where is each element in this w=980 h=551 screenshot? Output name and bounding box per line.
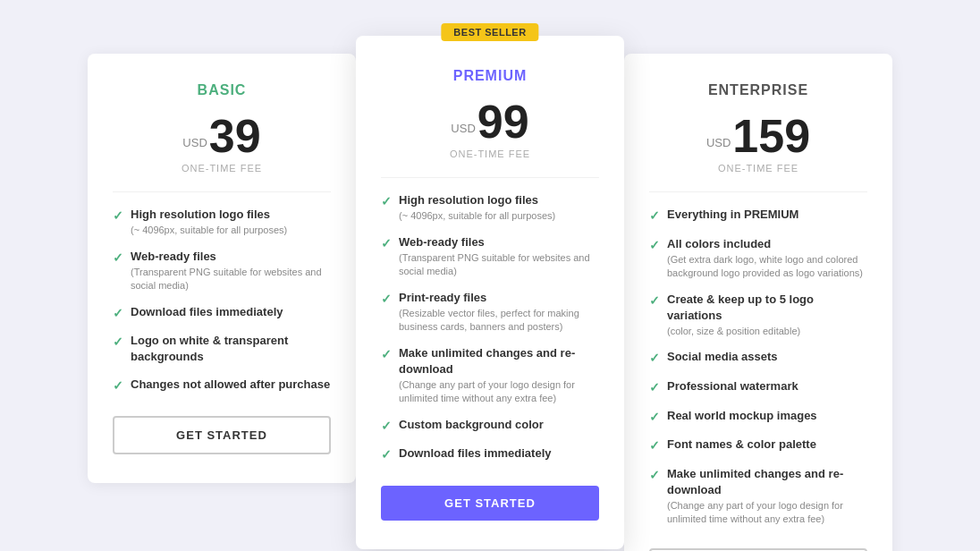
feature-text: Create & keep up to 5 logo variations (c… bbox=[667, 292, 867, 339]
feature-text: Changes not allowed after purchase bbox=[131, 377, 330, 393]
feature-title: Logo on white & transparent backgrounds bbox=[131, 333, 331, 365]
feature-title: High resolution logo files bbox=[131, 207, 287, 223]
basic-feature-list: ✓ High resolution logo files (~ 4096px, … bbox=[113, 207, 331, 394]
check-icon: ✓ bbox=[381, 291, 392, 309]
enterprise-fee: ONE-TIME FEE bbox=[649, 163, 867, 174]
feature-title: Professional watermark bbox=[667, 378, 798, 394]
feature-text: Download files immediately bbox=[399, 445, 552, 462]
list-item: ✓ Make unlimited changes and re-download… bbox=[381, 345, 599, 406]
premium-fee: ONE-TIME FEE bbox=[381, 148, 599, 159]
feature-subtitle: (~ 4096px, suitable for all purposes) bbox=[399, 209, 555, 223]
list-item: ✓ Download files immediately bbox=[113, 304, 331, 323]
premium-plan-card: BEST SELLER PREMIUM USD99 ONE-TIME FEE ✓… bbox=[356, 36, 624, 549]
list-item: ✓ Create & keep up to 5 logo variations … bbox=[649, 292, 867, 339]
list-item: ✓ Real world mockup images bbox=[649, 408, 867, 427]
feature-subtitle: (color, size & position editable) bbox=[667, 325, 867, 338]
basic-plan-name: BASIC bbox=[113, 82, 331, 98]
check-icon: ✓ bbox=[649, 350, 660, 368]
check-icon: ✓ bbox=[381, 193, 392, 211]
list-item: ✓ All colors included (Get extra dark lo… bbox=[649, 236, 867, 281]
feature-title: Make unlimited changes and re-download bbox=[399, 345, 599, 377]
premium-currency: USD bbox=[451, 122, 475, 135]
feature-title: Web-ready files bbox=[399, 234, 599, 250]
feature-text: Make unlimited changes and re-download (… bbox=[667, 466, 867, 527]
list-item: ✓ Make unlimited changes and re-download… bbox=[649, 466, 867, 527]
feature-subtitle: (Transparent PNG suitable for websites a… bbox=[131, 266, 331, 293]
check-icon: ✓ bbox=[113, 334, 123, 352]
enterprise-price-row: USD159 bbox=[649, 113, 867, 159]
list-item: ✓ Font names & color palette bbox=[649, 437, 867, 455]
feature-title: All colors included bbox=[667, 236, 867, 252]
pricing-container: BASIC USD39 ONE-TIME FEE ✓ High resoluti… bbox=[0, 0, 980, 551]
feature-text: Web-ready files (Transparent PNG suitabl… bbox=[131, 249, 331, 293]
check-icon: ✓ bbox=[649, 237, 660, 255]
feature-title: Create & keep up to 5 logo variations bbox=[667, 292, 867, 324]
feature-title: Everything in PREMIUM bbox=[667, 207, 798, 223]
premium-plan-name: PREMIUM bbox=[381, 68, 599, 84]
feature-title: Font names & color palette bbox=[667, 437, 816, 453]
feature-subtitle: (Change any part of your logo design for… bbox=[399, 378, 599, 406]
feature-text: Logo on white & transparent backgrounds bbox=[131, 333, 331, 365]
feature-text: High resolution logo files (~ 4096px, su… bbox=[131, 207, 287, 238]
check-icon: ✓ bbox=[113, 250, 123, 267]
basic-fee: ONE-TIME FEE bbox=[113, 163, 331, 174]
feature-subtitle: (Transparent PNG suitable for websites a… bbox=[399, 251, 599, 279]
check-icon: ✓ bbox=[649, 467, 660, 485]
feature-text: Download files immediately bbox=[131, 304, 283, 320]
feature-title: Make unlimited changes and re-download bbox=[667, 466, 867, 498]
check-icon: ✓ bbox=[113, 377, 123, 395]
feature-title: Web-ready files bbox=[131, 249, 331, 265]
feature-subtitle: (Resizable vector files, perfect for mak… bbox=[399, 307, 599, 335]
list-item: ✓ Professional watermark bbox=[649, 378, 867, 397]
enterprise-plan-name: ENTERPRISE bbox=[649, 82, 867, 98]
check-icon: ✓ bbox=[381, 446, 392, 464]
check-icon: ✓ bbox=[113, 305, 123, 323]
best-seller-badge: BEST SELLER bbox=[441, 23, 538, 41]
list-item: ✓ Print-ready files (Resizable vector fi… bbox=[381, 290, 599, 335]
feature-text: Social media assets bbox=[667, 349, 778, 365]
check-icon: ✓ bbox=[649, 292, 660, 310]
feature-title: Social media assets bbox=[667, 349, 778, 365]
basic-plan-card: BASIC USD39 ONE-TIME FEE ✓ High resoluti… bbox=[88, 54, 356, 483]
check-icon: ✓ bbox=[113, 208, 123, 225]
enterprise-amount: 159 bbox=[732, 110, 810, 162]
feature-subtitle: (Change any part of your logo design for… bbox=[667, 499, 867, 527]
basic-currency: USD bbox=[182, 136, 207, 149]
feature-title: Download files immediately bbox=[399, 445, 552, 462]
list-item: ✓ High resolution logo files (~ 4096px, … bbox=[113, 207, 331, 238]
check-icon: ✓ bbox=[381, 418, 392, 436]
feature-text: Real world mockup images bbox=[667, 408, 817, 424]
premium-amount: 99 bbox=[477, 96, 529, 148]
list-item: ✓ Social media assets bbox=[649, 349, 867, 368]
feature-text: Font names & color palette bbox=[667, 437, 816, 453]
feature-text: Everything in PREMIUM bbox=[667, 207, 798, 223]
feature-text: Make unlimited changes and re-download (… bbox=[399, 345, 599, 406]
premium-feature-list: ✓ High resolution logo files (~ 4096px, … bbox=[381, 192, 599, 464]
enterprise-currency: USD bbox=[706, 136, 731, 149]
feature-text: High resolution logo files (~ 4096px, su… bbox=[399, 192, 555, 224]
enterprise-feature-list: ✓ Everything in PREMIUM ✓ All colors inc… bbox=[649, 207, 867, 527]
check-icon: ✓ bbox=[649, 379, 660, 397]
list-item: ✓ Custom background color bbox=[381, 417, 599, 436]
basic-price-row: USD39 bbox=[113, 113, 331, 159]
check-icon: ✓ bbox=[649, 208, 660, 225]
feature-title: Download files immediately bbox=[131, 304, 283, 320]
check-icon: ✓ bbox=[649, 437, 660, 455]
check-icon: ✓ bbox=[649, 409, 660, 427]
feature-text: All colors included (Get extra dark logo… bbox=[667, 236, 867, 281]
basic-get-started-button[interactable]: GET STARTED bbox=[113, 416, 331, 454]
list-item: ✓ High resolution logo files (~ 4096px, … bbox=[381, 192, 599, 224]
list-item: ✓ Logo on white & transparent background… bbox=[113, 333, 331, 365]
feature-subtitle: (Get extra dark logo, white logo and col… bbox=[667, 253, 867, 281]
feature-text: Professional watermark bbox=[667, 378, 798, 394]
premium-get-started-button[interactable]: GET STARTED bbox=[381, 486, 599, 521]
list-item: ✓ Everything in PREMIUM bbox=[649, 207, 867, 225]
feature-title: Real world mockup images bbox=[667, 408, 817, 424]
list-item: ✓ Web-ready files (Transparent PNG suita… bbox=[113, 249, 331, 293]
feature-title: Changes not allowed after purchase bbox=[131, 377, 330, 393]
list-item: ✓ Web-ready files (Transparent PNG suita… bbox=[381, 234, 599, 279]
feature-text: Custom background color bbox=[399, 417, 544, 433]
premium-price-row: USD99 bbox=[381, 98, 599, 145]
feature-title: Print-ready files bbox=[399, 290, 599, 306]
feature-title: Custom background color bbox=[399, 417, 544, 433]
